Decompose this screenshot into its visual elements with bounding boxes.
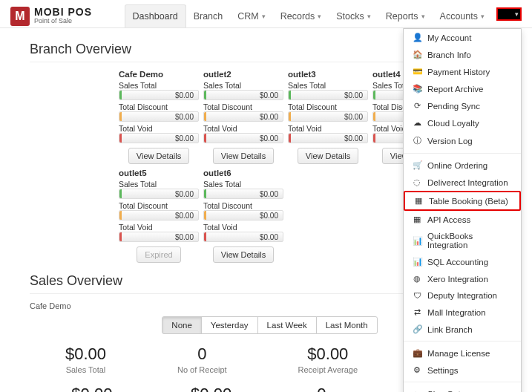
total-void-bar: $0.00 bbox=[119, 232, 199, 242]
metric-label: Total Void bbox=[288, 124, 368, 133]
chevron-down-icon: ▾ bbox=[515, 10, 519, 18]
branch-name: outlet5 bbox=[119, 169, 199, 177]
menu-payment-history[interactable]: 💳Payment History bbox=[404, 63, 521, 80]
total-void-bar: $0.00 bbox=[288, 133, 368, 143]
chevron-down-icon: ▾ bbox=[481, 13, 485, 20]
branch-card: outlet6Sales Total$0.00Total Discount$0.… bbox=[203, 169, 283, 263]
nav-accounts[interactable]: Accounts▾ bbox=[433, 4, 492, 27]
menu-quickbooks[interactable]: 📊QuickBooks Integration bbox=[404, 228, 521, 253]
card-icon: 💳 bbox=[413, 67, 421, 76]
metric-label: Total Void bbox=[203, 124, 283, 133]
branch-name: outlet2 bbox=[203, 70, 283, 79]
menu-report-archive[interactable]: 📚Report Archive bbox=[404, 80, 521, 97]
chevron-down-icon: ▾ bbox=[318, 13, 321, 20]
metric-label: Total Discount bbox=[119, 102, 199, 111]
total-discount-bar: $0.00 bbox=[119, 111, 199, 122]
menu-api-access[interactable]: ▦API Access bbox=[404, 211, 521, 228]
nav-dashboard[interactable]: Dashboard bbox=[125, 4, 186, 27]
metric-label: Sales Total bbox=[203, 81, 283, 90]
menu-manage-license[interactable]: 💼Manage License bbox=[404, 344, 521, 362]
home-icon: 🏠 bbox=[413, 50, 421, 59]
metric-label: Total Discount bbox=[203, 201, 283, 210]
menu-version-log[interactable]: ⓘVersion Log bbox=[404, 131, 521, 150]
brand-logo-mark: M bbox=[10, 7, 30, 26]
menu-link-branch[interactable]: 🔗Link Branch bbox=[404, 321, 521, 338]
view-details-button[interactable]: View Details bbox=[213, 148, 274, 164]
metric-label: Sales Total bbox=[119, 81, 199, 90]
menu-deputy[interactable]: 🛡Deputy Integration bbox=[404, 287, 521, 304]
menu-mall[interactable]: ⇄Mall Integration bbox=[404, 304, 521, 321]
nav-crm[interactable]: CRM▾ bbox=[230, 4, 272, 27]
branch-name: Cafe Demo bbox=[119, 70, 199, 79]
total-discount-bar: $0.00 bbox=[203, 111, 283, 122]
period-yesterday[interactable]: Yesterday bbox=[201, 316, 258, 334]
menu-xero[interactable]: ◍Xero Integration bbox=[404, 270, 521, 287]
top-nav: Dashboard Branch CRM▾ Records▾ Stocks▾ R… bbox=[125, 4, 522, 27]
menu-settings[interactable]: ⚙Settings bbox=[404, 362, 521, 379]
archive-icon: 📚 bbox=[413, 84, 421, 94]
view-details-button[interactable]: View Details bbox=[298, 148, 358, 164]
view-details-button[interactable]: View Details bbox=[213, 246, 274, 263]
nav-stocks[interactable]: Stocks▾ bbox=[329, 4, 378, 27]
stat-receipt-average: $0.00Receipt Average bbox=[298, 344, 358, 374]
sales-total-bar: $0.00 bbox=[119, 90, 199, 100]
metric-label: Total Discount bbox=[203, 102, 283, 111]
menu-my-account[interactable]: 👤My Account bbox=[404, 29, 521, 46]
stat-no-of-receipt: 0No of Receipt bbox=[177, 344, 227, 374]
period-last-week[interactable]: Last Week bbox=[257, 316, 317, 334]
metric-label: Sales Total bbox=[203, 180, 283, 189]
menu-pending-sync[interactable]: ⟳Pending Sync bbox=[404, 97, 521, 114]
metric-label: Total Discount bbox=[119, 201, 199, 210]
total-discount-bar: $0.00 bbox=[288, 111, 368, 122]
gear-icon: ⚙ bbox=[413, 365, 421, 375]
stat-total-void: $0.00Total Void bbox=[191, 385, 231, 392]
chevron-down-icon: ▾ bbox=[367, 13, 371, 20]
user-dropdown: 👤My Account 🏠Branch Info 💳Payment Histor… bbox=[403, 28, 522, 392]
transfer-icon: ⇄ bbox=[413, 307, 421, 317]
menu-branch-info[interactable]: 🏠Branch Info bbox=[404, 46, 521, 63]
view-details-button[interactable]: View Details bbox=[128, 148, 189, 164]
menu-cloud-loyalty[interactable]: ☁Cloud Loyalty bbox=[404, 114, 521, 131]
menu-sql-accounting[interactable]: 📊SQL Accounting bbox=[404, 253, 521, 270]
signout-icon: ↪ bbox=[413, 389, 421, 392]
metric-label: Sales Total bbox=[119, 180, 199, 189]
branch-name: outlet6 bbox=[203, 169, 283, 177]
total-discount-bar: $0.00 bbox=[119, 210, 199, 220]
nav-records[interactable]: Records▾ bbox=[273, 4, 329, 27]
link-icon: 🔗 bbox=[413, 324, 421, 334]
period-none[interactable]: None bbox=[162, 316, 202, 334]
nav-reports[interactable]: Reports▾ bbox=[378, 4, 433, 27]
menu-online-ordering[interactable]: 🛒Online Ordering bbox=[404, 157, 521, 174]
metric-label: Total Void bbox=[119, 223, 199, 232]
calendar-icon: ▦ bbox=[414, 196, 423, 206]
cloud-icon: ☁ bbox=[413, 118, 421, 128]
circle-icon: ◌ bbox=[413, 177, 421, 187]
total-void-bar: $0.00 bbox=[119, 133, 199, 143]
refresh-icon: ⟳ bbox=[413, 101, 421, 111]
metric-label: Sales Total bbox=[288, 81, 368, 90]
total-void-bar: $0.00 bbox=[203, 232, 283, 242]
brand-logo-text: MOBI POS Point of Sale bbox=[34, 7, 92, 24]
menu-sign-out[interactable]: ↪Sign Out bbox=[404, 385, 521, 392]
branch-name: outlet3 bbox=[288, 70, 368, 79]
chevron-down-icon: ▾ bbox=[262, 13, 266, 20]
brand-logo[interactable]: M MOBI POS Point of Sale bbox=[10, 7, 92, 26]
metric-label: Total Void bbox=[119, 124, 199, 133]
sales-total-bar: $0.00 bbox=[203, 189, 283, 199]
branch-card: outlet3Sales Total$0.00Total Discount$0.… bbox=[288, 70, 368, 164]
menu-deliverect[interactable]: ◌Deliverect Integration bbox=[404, 174, 521, 191]
stat-total-pax: 0Total Pax bbox=[305, 385, 338, 392]
branch-card: outlet5Sales Total$0.00Total Discount$0.… bbox=[119, 169, 199, 263]
menu-table-booking[interactable]: ▦Table Booking (Beta) bbox=[404, 191, 521, 211]
circle-icon: ◍ bbox=[413, 274, 421, 284]
sales-total-bar: $0.00 bbox=[203, 90, 283, 100]
expired-button: Expired bbox=[137, 246, 180, 263]
metric-label: Total Void bbox=[203, 223, 283, 232]
user-menu-toggle[interactable]: ▾ bbox=[496, 7, 522, 21]
nav-branch[interactable]: Branch bbox=[186, 4, 231, 27]
sales-total-bar: $0.00 bbox=[288, 90, 368, 100]
grid-icon: ▦ bbox=[413, 215, 421, 224]
branch-card: outlet2Sales Total$0.00Total Discount$0.… bbox=[203, 70, 283, 164]
stat-total-discount: $0.00Total Discount bbox=[66, 385, 117, 392]
period-last-month[interactable]: Last Month bbox=[316, 316, 378, 334]
